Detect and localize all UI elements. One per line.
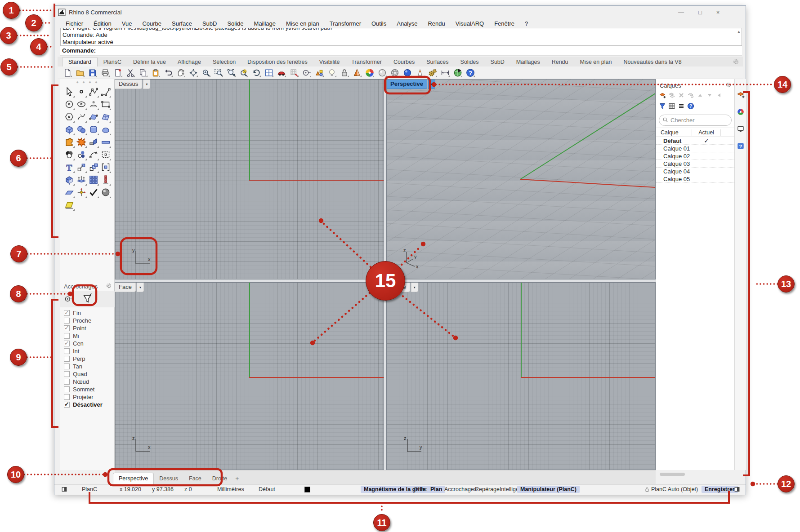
column-tool[interactable] <box>99 173 112 186</box>
checkbox-sommet[interactable] <box>64 386 70 392</box>
status-accrochages[interactable]: Accrochages <box>444 486 477 492</box>
zoom-target-button[interactable] <box>238 67 249 78</box>
web-browser-button[interactable] <box>452 67 463 78</box>
toolbar-tab-maillages[interactable]: Maillages <box>510 58 546 66</box>
cut-button[interactable] <box>125 67 135 78</box>
menu-item-?[interactable]: ? <box>523 20 530 27</box>
delete-layer-button[interactable] <box>678 92 685 101</box>
viewport-front-label[interactable]: Face ▼ <box>115 283 144 292</box>
extrude-tool[interactable] <box>75 173 87 186</box>
osnap-icon[interactable] <box>64 293 74 305</box>
menu-item-surface[interactable]: Surface <box>170 20 194 27</box>
viewport-pane-icon[interactable] <box>61 486 67 494</box>
checkbox-proche[interactable] <box>64 318 70 324</box>
toolbar-tab-mise-en-plan[interactable]: Mise en plan <box>574 58 618 66</box>
duplicate-layer-button[interactable] <box>687 92 694 101</box>
rotate-view-button[interactable] <box>188 67 198 78</box>
boolean-tool[interactable] <box>63 148 75 161</box>
panel-tab-display[interactable] <box>737 108 745 116</box>
status-ortho[interactable]: Ortho <box>414 486 428 492</box>
revolve-tool[interactable] <box>99 123 112 136</box>
toolbar-tab-rendu[interactable]: Rendu <box>546 58 574 66</box>
split-tool[interactable] <box>99 136 112 148</box>
render-preview-tool[interactable] <box>99 186 112 199</box>
status-y-97-386[interactable]: y 97.386 <box>152 486 174 492</box>
paste-button[interactable] <box>150 67 161 78</box>
box-tool[interactable] <box>63 123 75 136</box>
layers-h-scrollbar[interactable] <box>660 473 685 476</box>
layer-table-button[interactable] <box>668 102 675 111</box>
checkbox-nœud[interactable] <box>64 379 70 385</box>
command-prompt[interactable]: Commande: <box>60 46 742 56</box>
zoom-selected-button[interactable] <box>226 67 236 78</box>
new-sublayer-button[interactable] <box>668 92 675 101</box>
toolbar-tab-nouveaut-s-dans-la-v8[interactable]: Nouveautés dans la V8 <box>617 58 687 66</box>
menu-item-visualarq[interactable]: VisualARQ <box>453 20 486 27</box>
menu-item-vue[interactable]: Vue <box>120 20 134 27</box>
menu-item-fen-tre[interactable]: Fenêtre <box>492 20 517 27</box>
viewport-top-label[interactable]: Dessus ▼ <box>115 80 150 89</box>
shear-tool[interactable] <box>63 199 75 211</box>
minimize-button[interactable]: — <box>678 9 684 16</box>
toolbar-tab-s-lection[interactable]: Sélection <box>207 58 241 66</box>
osnap-row-projeter[interactable]: Projeter <box>64 393 115 401</box>
copy-button[interactable] <box>138 67 148 78</box>
toolbar-tab-plansc[interactable]: PlansC <box>98 58 127 66</box>
menu-item-analyse[interactable]: Analyse <box>394 20 420 27</box>
close-button[interactable]: × <box>716 9 720 16</box>
column-header-layer[interactable]: Calque <box>656 129 692 136</box>
render-button[interactable] <box>415 67 425 78</box>
layer-color-swatch[interactable] <box>304 487 310 492</box>
layer-row[interactable]: Calque 02 <box>656 152 734 160</box>
copy-array-tool[interactable] <box>87 161 99 173</box>
explode-tool[interactable] <box>75 136 87 148</box>
trim-tool[interactable] <box>87 136 99 148</box>
layer-state-button[interactable] <box>314 67 324 78</box>
save-button[interactable] <box>87 67 98 78</box>
palette-drag-handle[interactable]: ● ● ● ● <box>60 80 115 84</box>
polyline-tool[interactable] <box>99 85 112 98</box>
viewport-right[interactable]: Droite ▼ zy <box>386 282 656 470</box>
osnap-row-quad[interactable]: Quad <box>64 370 115 378</box>
toolbar-tab-d-finir-la-vue[interactable]: Définir la vue <box>127 58 172 66</box>
undo-button[interactable] <box>163 67 173 78</box>
panel-tab-viewport[interactable] <box>737 125 745 133</box>
status-planc-auto-objet-[interactable]: PlanC Auto (Objet) <box>651 486 698 492</box>
orient-tool[interactable] <box>99 161 112 173</box>
viewport-title[interactable]: Face <box>115 283 136 292</box>
checkbox-désactiver[interactable] <box>64 402 70 408</box>
toolbar-tab-solides[interactable]: Solides <box>455 58 485 66</box>
layer-row[interactable]: Calque 04 <box>656 168 734 175</box>
status-pane-icon[interactable] <box>734 486 740 494</box>
check-tool[interactable] <box>87 186 99 199</box>
new-layer-button[interactable] <box>659 92 666 101</box>
gear-icon[interactable] <box>725 82 732 89</box>
cplane-move-button[interactable] <box>289 67 299 78</box>
select-tool[interactable] <box>63 85 75 98</box>
toolbar-gear-icon[interactable] <box>733 58 739 65</box>
named-views-button[interactable] <box>276 67 286 78</box>
gumball-tool[interactable] <box>75 186 87 199</box>
chevron-down-icon[interactable]: ▼ <box>428 80 435 89</box>
status-z-0[interactable]: z 0 <box>184 486 192 492</box>
checkbox-int[interactable] <box>64 348 70 354</box>
checkbox-projeter[interactable] <box>64 394 70 400</box>
zoom-dynamic-button[interactable] <box>201 67 211 78</box>
title-bar[interactable]: Rhino 8 Commercial <box>54 6 746 18</box>
viewport-tab-dessus[interactable]: Dessus <box>154 473 183 484</box>
viewport-tab-perspective[interactable]: Perspective <box>113 473 154 484</box>
checkbox-perp[interactable] <box>64 356 70 362</box>
gear-icon[interactable] <box>106 283 112 290</box>
viewport-title[interactable]: Perspective <box>387 80 427 89</box>
zoom-window-button[interactable] <box>213 67 223 78</box>
rectangle-tool[interactable] <box>99 98 112 111</box>
pan-button[interactable] <box>175 67 186 78</box>
toolbar-tab-transformer[interactable]: Transformer <box>345 58 388 66</box>
solid-tool[interactable] <box>63 173 75 186</box>
toolbar-tab-visibilit-[interactable]: Visibilité <box>313 58 346 66</box>
column-header-current[interactable]: Actuel <box>692 129 721 136</box>
chevron-down-icon[interactable]: ▼ <box>137 283 144 292</box>
viewport-top[interactable]: Dessus ▼ yx <box>115 79 384 279</box>
chevron-down-icon[interactable]: ▼ <box>143 80 150 89</box>
point-tool[interactable] <box>75 85 87 98</box>
